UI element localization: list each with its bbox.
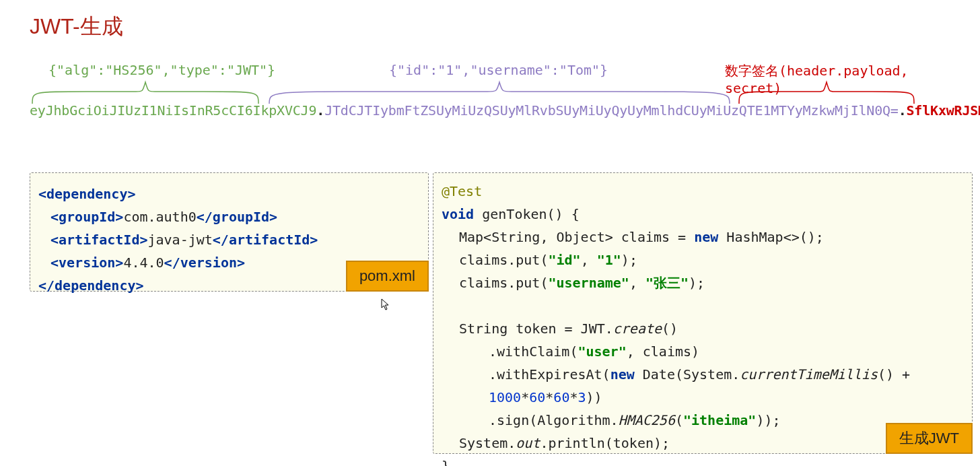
l7e: )); xyxy=(756,412,780,428)
groupid-val: com.auth0 xyxy=(123,209,196,225)
l7b: HMAC256 xyxy=(619,412,675,428)
version-close: </version> xyxy=(164,255,245,271)
brace-signature xyxy=(736,79,917,105)
l6n1: 1000 xyxy=(489,389,521,405)
token-signature-part: SflKxwRJSMeKKF2QT4fwpMeJf... xyxy=(907,102,980,119)
l1c: HashMap<>(); xyxy=(718,229,824,245)
groupid-open: <groupId> xyxy=(50,209,123,225)
test-code-block: @Test void genToken() { Map<String, Obje… xyxy=(433,172,973,454)
version-val: 4.4.0 xyxy=(123,255,164,271)
l6m3: * xyxy=(569,389,578,405)
l1a: Map<String, Object> claims = xyxy=(459,229,694,245)
l3m: , xyxy=(629,275,645,291)
brace-payload xyxy=(267,79,732,105)
cursor-icon xyxy=(381,298,390,310)
l7s: "itheima" xyxy=(683,412,756,428)
l4b: create xyxy=(613,321,662,337)
token-header-part: eyJhbGciOiJIUzI1NiIsInR5cCI6IkpXVCJ9 xyxy=(30,102,316,119)
l6m1: * xyxy=(521,389,529,405)
l2m: , xyxy=(581,252,597,268)
l3e: ); xyxy=(689,275,705,291)
l6n4: 3 xyxy=(578,389,586,405)
l6b: new xyxy=(610,366,635,382)
version-open: <version> xyxy=(50,255,123,271)
l4a: String token = JWT. xyxy=(459,321,613,337)
page-title: JWT-生成 xyxy=(30,12,123,42)
method-close: } xyxy=(442,458,450,466)
l6f: )) xyxy=(586,389,602,405)
artifactid-open: <artifactId> xyxy=(50,232,148,248)
l3s2: "张三" xyxy=(645,275,689,291)
jwt-token-string: eyJhbGciOiJIUzI1NiIsInR5cCI6IkpXVCJ9.JTd… xyxy=(30,102,980,119)
gen-jwt-badge: 生成JWT xyxy=(886,423,973,454)
l6n2: 60 xyxy=(529,389,545,405)
l1b: new xyxy=(694,229,718,245)
kw-void: void xyxy=(442,206,474,222)
token-dot-1: . xyxy=(316,102,324,119)
l3a: claims.put( xyxy=(459,275,548,291)
l2e: ); xyxy=(621,252,637,268)
payload-json-label: {"id":"1","username":"Tom"} xyxy=(389,62,608,78)
artifactid-close: </artifactId> xyxy=(213,232,318,248)
artifactid-val: java-jwt xyxy=(148,232,213,248)
l7a: .sign(Algorithm. xyxy=(489,412,619,428)
token-payload-part: JTdCJTIybmFtZSUyMiUzQSUyMlRvbSUyMiUyQyUy… xyxy=(324,102,899,119)
l6c: Date(System. xyxy=(635,366,740,382)
l2s1: "id" xyxy=(548,252,580,268)
groupid-close: </groupId> xyxy=(197,209,277,225)
l5e: , claims) xyxy=(627,343,699,360)
l6a: .withExpiresAt( xyxy=(489,366,610,382)
l3s1: "username" xyxy=(548,275,629,291)
brace-row xyxy=(30,79,952,105)
l6e: () + xyxy=(878,366,910,382)
header-json-label: {"alg":"HS256","type":"JWT"} xyxy=(48,62,275,78)
l8a: System. xyxy=(459,435,516,451)
l4c: () xyxy=(662,321,678,337)
token-dot-2: . xyxy=(899,102,907,119)
l7c: ( xyxy=(675,412,683,428)
l6n3: 60 xyxy=(553,389,569,405)
l2a: claims.put( xyxy=(459,252,548,268)
dep-open: <dependency> xyxy=(38,186,136,202)
l8c: .println(token); xyxy=(540,435,670,451)
l5s: "user" xyxy=(578,343,626,360)
test-annotation: @Test xyxy=(442,183,482,199)
brace-header xyxy=(30,79,261,105)
l8b: out xyxy=(516,435,540,451)
pom-code-block: <dependency> <groupId>com.auth0</groupId… xyxy=(30,172,429,292)
l6d: currentTimeMillis xyxy=(740,366,878,382)
dep-close: </dependency> xyxy=(38,277,144,294)
l2s2: "1" xyxy=(597,252,621,268)
pom-badge: pom.xml xyxy=(346,261,429,292)
l6m2: * xyxy=(545,389,553,405)
l5a: .withClaim( xyxy=(489,343,578,360)
method-sig: genToken() { xyxy=(474,206,580,222)
